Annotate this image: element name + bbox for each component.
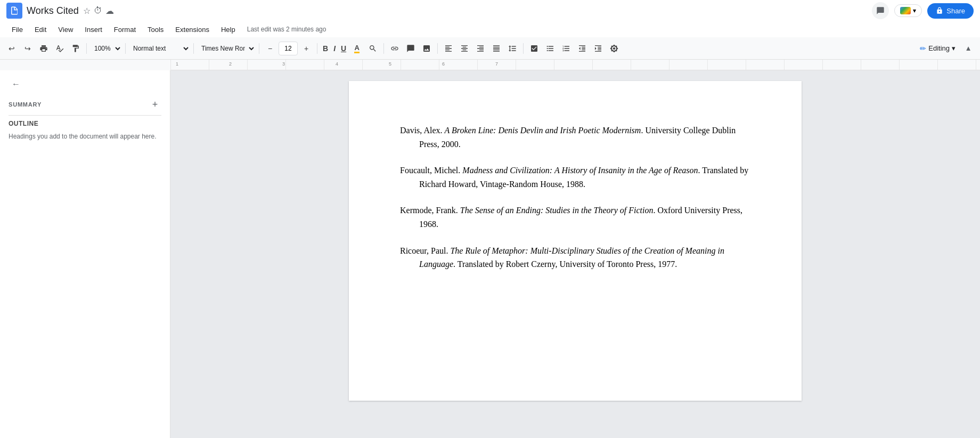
ruler-mark-5: 5: [389, 61, 391, 67]
cloud-icon[interactable]: ☁: [105, 6, 114, 16]
summary-title: SUMMARY: [9, 101, 42, 108]
ruler-marks: [170, 60, 980, 70]
meet-button[interactable]: ▾: [894, 4, 922, 17]
clear-formatting-button[interactable]: [607, 41, 622, 56]
editing-label: Editing: [928, 44, 950, 52]
divider-2: [125, 43, 126, 54]
numbered-list-button[interactable]: [559, 41, 574, 56]
clear-formatting-icon: [610, 44, 618, 53]
line-spacing-button[interactable]: [505, 41, 520, 56]
citation-1-text: Davis, Alex. A Broken Line: Denis Devlin…: [400, 126, 736, 149]
menu-insert[interactable]: Insert: [79, 23, 108, 36]
spellcheck-button[interactable]: [52, 41, 67, 56]
paint-format-button[interactable]: [68, 41, 83, 56]
main-layout: ← SUMMARY + OUTLINE Headings you add to …: [0, 70, 980, 438]
align-right-button[interactable]: [473, 41, 488, 56]
document-title: Works Cited: [27, 5, 79, 17]
menu-edit[interactable]: Edit: [29, 23, 52, 36]
align-left-icon: [444, 44, 453, 53]
zoom-select[interactable]: 100% 75% 125%: [90, 41, 122, 56]
undo-button[interactable]: ↩: [4, 41, 19, 56]
top-right-actions: ▾ Share: [872, 2, 974, 19]
divider-8: [523, 43, 524, 54]
lock-icon: [936, 7, 943, 14]
decrease-indent-icon: [578, 44, 586, 53]
image-icon: [422, 44, 431, 53]
star-icon[interactable]: ☆: [83, 6, 91, 16]
underline-button[interactable]: U: [339, 41, 348, 56]
spellcheck-icon: [55, 44, 64, 53]
menu-help[interactable]: Help: [216, 23, 241, 36]
checklist-button[interactable]: [527, 41, 542, 56]
menu-format[interactable]: Format: [109, 23, 141, 36]
bullet-list-icon: [546, 44, 554, 53]
ruler-mark-4: 4: [336, 61, 338, 67]
editing-mode-button[interactable]: ✏ Editing ▾: [916, 42, 960, 55]
print-button[interactable]: [36, 41, 51, 56]
menu-tools[interactable]: Tools: [142, 23, 169, 36]
comment-button[interactable]: [403, 41, 418, 56]
summary-add-button[interactable]: +: [149, 98, 161, 111]
toolbar: ↩ ↪ 100% 75% 125% Normal text Heading 1 …: [0, 37, 980, 60]
citation-4-text: Ricoeur, Paul. The Rule of Metaphor: Mul…: [400, 246, 724, 269]
decrease-indent-button[interactable]: [575, 41, 590, 56]
docs-icon: [10, 6, 19, 15]
paint-format-icon: [71, 44, 80, 53]
redo-button[interactable]: ↪: [20, 41, 35, 56]
meet-icon: [900, 7, 911, 14]
sidebar: ← SUMMARY + OUTLINE Headings you add to …: [0, 70, 170, 438]
editing-dropdown-icon: ▾: [952, 44, 956, 52]
ruler-mark-7: 7: [495, 61, 498, 67]
toolbar-collapse-button[interactable]: ▲: [961, 41, 976, 56]
editing-pencil-icon: ✏: [920, 44, 926, 53]
share-label: Share: [946, 7, 965, 15]
image-button[interactable]: [419, 41, 434, 56]
align-left-button[interactable]: [441, 41, 456, 56]
font-select[interactable]: Times New Roman Arial Georgia: [197, 41, 256, 56]
align-right-icon: [476, 44, 485, 53]
chat-button[interactable]: [872, 2, 889, 19]
ruler-mark-6: 6: [442, 61, 445, 67]
bullet-list-button[interactable]: [543, 41, 558, 56]
menu-extensions[interactable]: Extensions: [170, 23, 215, 36]
history-icon[interactable]: ⏱: [94, 6, 102, 15]
citation-2: Foucault, Michel. Madness and Civilizati…: [400, 164, 750, 191]
checklist-icon: [530, 44, 538, 53]
link-icon: [390, 44, 399, 53]
style-select[interactable]: Normal text Heading 1 Heading 2: [129, 41, 190, 56]
menu-view[interactable]: View: [53, 23, 78, 36]
align-justify-icon: [492, 44, 501, 53]
decrease-font-button[interactable]: −: [263, 41, 277, 56]
text-color-label: A: [354, 44, 359, 53]
font-size-input[interactable]: [279, 42, 298, 55]
ruler: 1 2 3 4 5 6 7: [170, 60, 980, 70]
share-button[interactable]: Share: [927, 3, 974, 19]
align-center-icon: [460, 44, 469, 53]
ruler-mark-1: 1: [176, 61, 178, 67]
link-button[interactable]: [387, 41, 402, 56]
chat-icon: [876, 6, 885, 15]
italic-button[interactable]: I: [331, 41, 338, 56]
title-action-icons: ☆ ⏱ ☁: [83, 6, 114, 16]
comment-icon: [406, 44, 415, 53]
document-page[interactable]: Davis, Alex. A Broken Line: Denis Devlin…: [349, 81, 802, 401]
document-area[interactable]: Davis, Alex. A Broken Line: Denis Devlin…: [170, 70, 980, 438]
citation-4: Ricoeur, Paul. The Rule of Metaphor: Mul…: [400, 244, 750, 271]
sidebar-divider: [9, 115, 161, 116]
menu-file[interactable]: File: [6, 23, 28, 36]
align-center-button[interactable]: [457, 41, 472, 56]
sidebar-back-button[interactable]: ←: [9, 77, 23, 92]
divider-7: [437, 43, 438, 54]
outline-title: OUTLINE: [9, 120, 161, 127]
ruler-mark-2: 2: [229, 61, 232, 67]
align-justify-button[interactable]: [489, 41, 504, 56]
increase-indent-button[interactable]: [591, 41, 606, 56]
line-spacing-icon: [508, 44, 517, 53]
increase-font-button[interactable]: +: [299, 41, 314, 56]
numbered-list-icon: [562, 44, 570, 53]
text-color-button[interactable]: A: [349, 41, 364, 56]
summary-section-header: SUMMARY +: [9, 98, 161, 111]
bold-button[interactable]: B: [321, 41, 330, 56]
citation-3: Kermode, Frank. The Sense of an Ending: …: [400, 204, 750, 231]
highlight-button[interactable]: [365, 41, 380, 56]
